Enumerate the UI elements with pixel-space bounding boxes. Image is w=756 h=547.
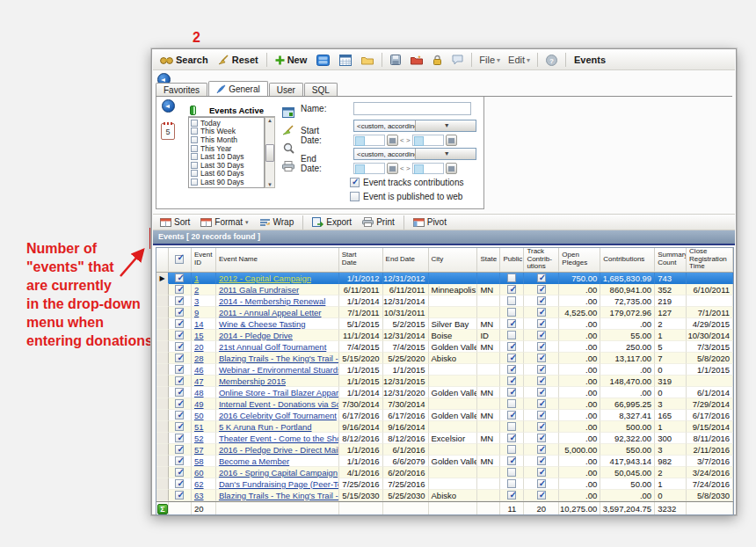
track-contrib-checkbox[interactable] — [537, 342, 546, 351]
name-input[interactable] — [353, 102, 471, 115]
format-button[interactable]: Format▾ — [197, 216, 251, 228]
track-contrib-checkbox[interactable] — [537, 468, 546, 477]
calendar-button-icon[interactable] — [446, 135, 457, 146]
row-checkbox[interactable] — [175, 411, 184, 419]
chat-button[interactable] — [448, 54, 467, 66]
date-filter-checkbox[interactable] — [191, 179, 198, 186]
column-header[interactable]: Open Pledges — [559, 248, 600, 272]
tab-general[interactable]: General — [208, 81, 268, 96]
row-checkbox[interactable] — [175, 445, 184, 454]
event-name-link[interactable]: 2011 Gala Fundraiser — [219, 285, 299, 295]
row-checkbox[interactable] — [175, 399, 184, 408]
public-checkbox[interactable] — [507, 445, 516, 454]
track-contrib-checkbox[interactable] — [537, 399, 546, 408]
event-name-link[interactable]: 2016 Celebrity Golf Tournament — [219, 411, 337, 420]
event-id-link[interactable]: 47 — [194, 376, 204, 386]
date-filter-item[interactable]: This Week — [189, 128, 264, 136]
row-checkbox[interactable] — [175, 491, 184, 500]
tab-sql[interactable]: SQL — [304, 83, 338, 96]
table-row[interactable]: 602016 - Spring Capital Campaign4/1/2016… — [156, 467, 733, 478]
list-scrollbar[interactable]: ▲ ▼ — [265, 117, 275, 188]
event-name-link[interactable]: 2016 - Spring Capital Campaign — [219, 468, 338, 478]
event-name-link[interactable]: Blazing Trails - The King's Trail - (5/1… — [219, 491, 339, 500]
column-header[interactable]: Event Name — [216, 248, 339, 272]
track-contrib-checkbox[interactable] — [537, 308, 546, 317]
event-name-link[interactable]: Blazing Trails - The King's Trail - (5/1… — [219, 354, 339, 363]
public-checkbox[interactable] — [507, 331, 516, 339]
public-checkbox[interactable] — [507, 319, 516, 328]
table-row[interactable]: 2021st Annual Golf Tournament7/4/20157/4… — [156, 341, 733, 353]
row-checkbox[interactable] — [175, 468, 184, 477]
event-id-link[interactable]: 1 — [194, 274, 199, 283]
track-contrib-checkbox[interactable] — [537, 376, 546, 385]
select-all-checkbox[interactable] — [175, 255, 184, 264]
track-contrib-checkbox[interactable] — [537, 331, 546, 339]
clear-broom-icon[interactable] — [282, 125, 294, 135]
track-contrib-checkbox[interactable] — [537, 285, 546, 294]
date-filter-item[interactable]: Last 90 Days — [189, 178, 264, 186]
track-contrib-checkbox[interactable] — [537, 445, 546, 454]
track-contrib-checkbox[interactable] — [537, 319, 546, 328]
event-name-link[interactable]: Dan's Fundraising Page (Peer-To-Peer) — [219, 479, 339, 489]
public-checkbox[interactable] — [507, 342, 516, 351]
row-checkbox[interactable] — [175, 308, 184, 317]
track-contrib-checkbox[interactable] — [537, 354, 546, 362]
public-checkbox[interactable] — [507, 308, 516, 317]
event-name-link[interactable]: 2012 - Capital Campaign — [219, 274, 311, 283]
event-id-link[interactable]: 9 — [194, 308, 199, 317]
print-button[interactable]: Print — [359, 216, 398, 228]
date-filter-item[interactable]: Last 60 Days — [189, 170, 264, 179]
published-web-checkbox[interactable] — [350, 192, 360, 201]
column-header[interactable]: City — [429, 248, 478, 272]
event-id-link[interactable]: 63 — [194, 491, 204, 500]
date-filter-checkbox[interactable] — [191, 153, 198, 160]
column-header[interactable]: Track Contrib- utions — [524, 248, 559, 272]
export-button[interactable]: Export — [309, 216, 355, 228]
column-header[interactable]: Start Date — [339, 248, 383, 272]
column-header[interactable]: Contributions — [600, 248, 655, 272]
event-id-link[interactable]: 52 — [194, 434, 204, 443]
date-filter-checkbox[interactable] — [191, 120, 198, 127]
event-name-link[interactable]: Internal Event - Donations via Social Me… — [219, 399, 339, 409]
table-row[interactable]: 47Membership 20151/1/201512/31/2015.0014… — [156, 376, 733, 387]
event-name-link[interactable]: 2014 - Membership Renewal — [219, 296, 325, 306]
table-row[interactable]: 22011 Gala Fundraiser6/11/20116/11/2011M… — [156, 284, 733, 295]
public-checkbox[interactable] — [507, 479, 516, 488]
sort-button[interactable]: Sort — [156, 216, 193, 228]
event-name-link[interactable]: 2011 - Annual Appeal Letter — [219, 308, 322, 317]
row-checkbox[interactable] — [175, 456, 184, 465]
table-row[interactable]: 14Wine & Cheese Tasting5/1/20155/2/2015S… — [156, 318, 733, 330]
date-filter-checkbox[interactable] — [191, 145, 198, 152]
event-id-link[interactable]: 57 — [194, 445, 204, 455]
track-contrib-checkbox[interactable] — [537, 411, 546, 419]
published-web-checkbox-row[interactable]: Event is published to web — [350, 192, 462, 201]
save-button[interactable] — [387, 54, 404, 66]
event-id-link[interactable]: 15 — [194, 331, 204, 340]
event-name-link[interactable]: 2014 - Pledge Drive — [219, 331, 293, 340]
magnifier-icon[interactable] — [283, 142, 294, 154]
event-id-link[interactable]: 2 — [194, 285, 199, 295]
public-checkbox[interactable] — [507, 388, 516, 397]
track-contrib-checkbox[interactable] — [537, 491, 546, 500]
panel-nav-button[interactable] — [162, 99, 175, 113]
column-header[interactable]: State — [477, 248, 500, 272]
event-id-link[interactable]: 62 — [194, 479, 204, 489]
event-name-link[interactable]: Online Store - Trail Blazer Apparel — [219, 388, 339, 397]
public-checkbox[interactable] — [507, 456, 516, 465]
calendar-button-icon[interactable] — [387, 163, 398, 174]
start-date-from-input[interactable] — [353, 135, 385, 146]
date-filter-checkbox[interactable] — [191, 136, 198, 143]
sum-sigma-icon[interactable]: Σ — [157, 504, 168, 514]
event-name-link[interactable]: 2016 - Pledge Drive - Direct Mail (USPS) — [219, 445, 339, 455]
track-contrib-checkbox[interactable] — [537, 456, 546, 465]
split-view-button[interactable] — [313, 54, 333, 67]
start-date-to-input[interactable] — [412, 135, 444, 146]
date-filter-checkbox[interactable] — [191, 128, 198, 135]
event-name-link[interactable]: Membership 2015 — [219, 376, 286, 386]
dropdown-arrow-icon[interactable]: ▼ — [415, 149, 476, 159]
event-id-link[interactable]: 46 — [194, 365, 204, 375]
row-checkbox[interactable] — [175, 331, 184, 339]
new-folder-button[interactable] — [407, 55, 426, 66]
help-button[interactable]: ? — [542, 54, 561, 67]
public-checkbox[interactable] — [507, 399, 516, 408]
